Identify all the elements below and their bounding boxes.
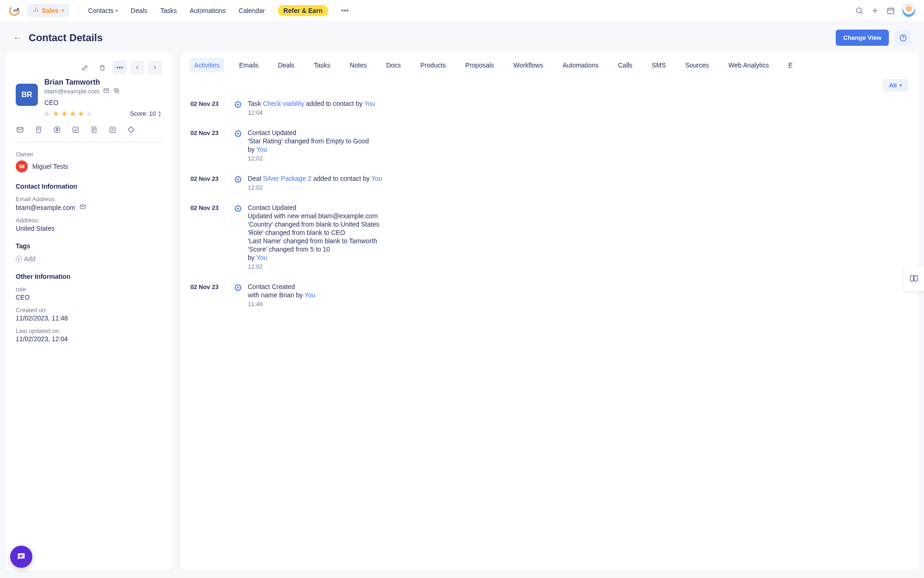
timeline-link[interactable]: You	[256, 146, 267, 153]
bars-icon	[32, 6, 39, 14]
chevron-down-icon: ▾	[61, 8, 64, 13]
deal-action-icon[interactable]	[53, 125, 61, 134]
more-actions-button[interactable]: •••	[113, 61, 127, 74]
tab-deals[interactable]: Deals	[273, 58, 299, 73]
nav-link-contacts[interactable]: Contacts ▾	[88, 7, 118, 14]
nav-link-deals[interactable]: Deals	[131, 7, 147, 14]
email-icon[interactable]	[80, 204, 86, 211]
plus-icon[interactable]	[870, 6, 880, 15]
tab-calls[interactable]: Calls	[613, 58, 637, 73]
address-field-value: United States	[16, 225, 162, 232]
tab-workflows[interactable]: Workflows	[509, 58, 548, 73]
timeline-link[interactable]: You	[364, 100, 375, 107]
timeline-link[interactable]: Check viability	[263, 100, 304, 107]
tab-web-analytics[interactable]: Web Analytics	[724, 58, 774, 73]
profile-avatar[interactable]	[902, 4, 916, 18]
nav-link-tasks[interactable]: Tasks	[160, 7, 177, 14]
email-icon[interactable]	[103, 87, 110, 95]
role-field-value: CEO	[16, 294, 162, 301]
star-rating[interactable]: ★ ★ ★ ★ ★ Score: 10 ▲▼	[44, 109, 162, 118]
delete-button[interactable]	[95, 61, 109, 74]
search-icon[interactable]	[855, 6, 864, 15]
star-icon: ★	[61, 109, 67, 118]
next-contact-button[interactable]	[148, 61, 162, 74]
timeline-date: 02 Nov 23	[190, 204, 228, 211]
status-dot	[44, 111, 49, 116]
email-action-icon[interactable]	[16, 125, 24, 134]
help-button[interactable]	[895, 30, 911, 46]
tab-sms[interactable]: SMS	[647, 58, 670, 73]
calendar-icon[interactable]	[886, 6, 895, 15]
tab-proposals[interactable]: Proposals	[461, 58, 499, 73]
page-title: Contact Details	[29, 32, 103, 44]
tab-notes[interactable]: Notes	[345, 58, 372, 73]
detail-tabs: ActivitiesEmailsDealsTasksNotesDocsProdu…	[190, 58, 909, 77]
email-field-text: btam@example.com	[16, 204, 75, 211]
top-nav: Sales ▾ Contacts ▾ Deals Tasks Automatio…	[0, 0, 924, 21]
chevron-down-icon: ▾	[900, 83, 902, 88]
change-view-button[interactable]: Change View	[836, 30, 889, 46]
nav-link-refer[interactable]: Refer & Earn	[278, 5, 328, 16]
timeline-item: 02 Nov 23Task Check viability added to c…	[190, 100, 908, 116]
filter-dropdown[interactable]: All ▾	[882, 79, 908, 92]
timeline-item: 02 Nov 23Deal Silver Package 2 added to …	[190, 175, 908, 191]
contact-avatar: BR	[16, 84, 38, 106]
add-tag-button[interactable]: + Add	[16, 255, 162, 263]
nav-more-icon[interactable]: •••	[341, 6, 349, 15]
updated-field-value: 11/02/2023, 12:04	[16, 335, 162, 343]
module-switcher[interactable]: Sales ▾	[27, 4, 69, 17]
star-icon: ★	[69, 109, 76, 118]
chat-fab[interactable]	[10, 546, 32, 568]
owner-row[interactable]: MI Miguel Tests	[16, 160, 162, 172]
timeline-marker-icon	[235, 205, 241, 212]
score-stepper[interactable]: ▲▼	[158, 110, 162, 117]
tab-docs[interactable]: Docs	[381, 58, 405, 73]
activity-timeline: 02 Nov 23Task Check viability added to c…	[190, 100, 908, 320]
owner-name: Miguel Tests	[32, 163, 68, 170]
other-info-heading: Other Information	[16, 273, 162, 280]
prev-contact-button[interactable]	[130, 61, 144, 74]
tag-action-icon[interactable]	[127, 125, 135, 134]
filter-label: All	[889, 82, 897, 89]
document-action-icon[interactable]	[34, 125, 43, 134]
app-logo	[8, 5, 20, 17]
contact-sidebar: ••• BR Brian Tamworth btam@example.com	[6, 52, 172, 571]
timeline-link[interactable]: You	[371, 175, 382, 182]
back-arrow-icon[interactable]: ←	[13, 32, 22, 43]
plus-circle-icon: +	[16, 256, 22, 262]
timeline-date: 02 Nov 23	[190, 175, 228, 182]
edit-button[interactable]	[78, 61, 92, 74]
svg-rect-10	[73, 127, 78, 132]
tab-emails[interactable]: Emails	[234, 58, 263, 73]
svg-rect-14	[19, 556, 22, 557]
created-field-label: Created on:	[16, 307, 162, 314]
checklist-action-icon[interactable]	[108, 125, 116, 134]
svg-rect-15	[911, 276, 914, 281]
timeline-link[interactable]: You	[256, 254, 267, 261]
nav-link-calendar[interactable]: Calendar	[239, 7, 265, 14]
timeline-body: Task Check viability added to contact by…	[248, 100, 908, 116]
star-icon: ★	[86, 109, 92, 118]
task-action-icon[interactable]	[71, 125, 80, 134]
nav-link-label: Contacts	[88, 7, 114, 14]
tab-e[interactable]: E	[783, 58, 797, 73]
updated-field-label: Last updated on:	[16, 327, 162, 334]
tab-products[interactable]: Products	[416, 58, 450, 73]
email-field-value: btam@example.com	[16, 203, 162, 211]
contact-title: CEO	[44, 99, 162, 106]
tab-activities[interactable]: Activities	[190, 58, 224, 73]
side-drawer-tab[interactable]	[904, 266, 924, 291]
timeline-link[interactable]: Silver Package 2	[263, 175, 312, 182]
email-field-label: Email Address:	[16, 196, 162, 203]
note-action-icon[interactable]	[90, 125, 98, 134]
tab-automations[interactable]: Automations	[558, 58, 603, 73]
nav-link-automations[interactable]: Automations	[190, 7, 226, 14]
tab-sources[interactable]: Sources	[680, 58, 713, 73]
owner-avatar: MI	[16, 160, 28, 172]
timeline-body: Contact Updated'Star Rating' changed fro…	[248, 129, 908, 162]
timeline-link[interactable]: You	[305, 291, 316, 299]
timeline-date: 02 Nov 23	[190, 129, 228, 136]
timeline-marker-icon	[235, 130, 241, 137]
tab-tasks[interactable]: Tasks	[309, 58, 335, 73]
copy-icon[interactable]	[113, 87, 120, 95]
